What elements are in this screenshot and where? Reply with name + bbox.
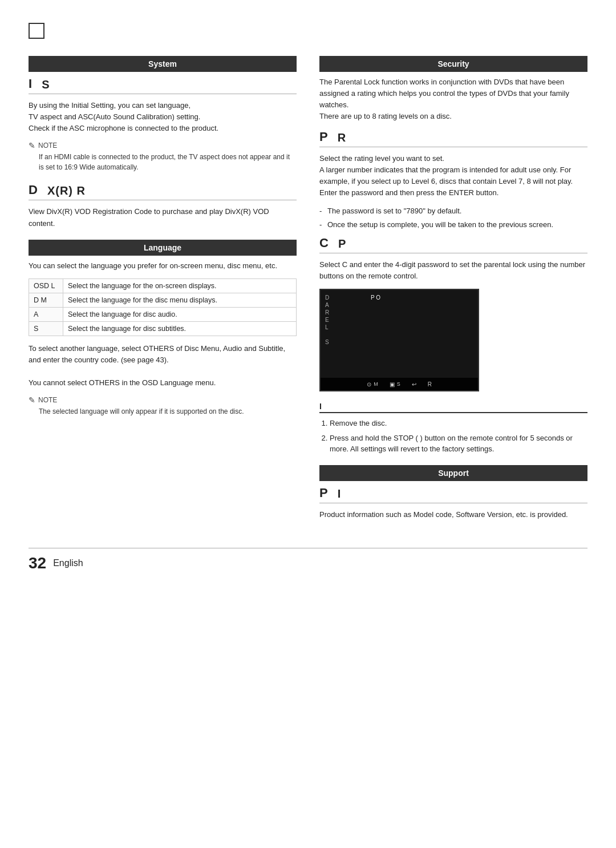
tv-menu-row: R: [325, 309, 473, 316]
language-table: OSD L Select the language for the on-scr…: [29, 278, 297, 336]
list-item: Remove the disc.: [330, 418, 587, 429]
change-password-subsection: C P Select C and enter the 4-digit passw…: [319, 236, 587, 282]
tv-menu-row: E: [325, 317, 473, 323]
parental-title-r: R: [338, 131, 346, 144]
list-item: Press and hold the STOP ( ) button on th…: [330, 433, 587, 455]
reset-title-i: I: [319, 402, 322, 411]
left-column: System I S By using the Initial Setting,…: [29, 56, 297, 531]
tv-icon-return: ↩: [412, 381, 416, 387]
page-language: English: [53, 558, 83, 568]
tv-bottom-bar: ⊙ M ▣ S ↩ R: [321, 378, 478, 390]
list-item: Once the setup is complete, you will be …: [319, 219, 587, 231]
change-password-body: Select C and enter the 4-digit password …: [319, 259, 587, 282]
language-note-label: ✎ NOTE: [29, 395, 297, 405]
support-section: Support P I Product information such as …: [319, 465, 587, 520]
language-intro: You can select the language you prefer f…: [29, 260, 297, 272]
language-section: Language You can select the language you…: [29, 240, 297, 417]
tv-menu-row: S: [325, 339, 473, 345]
divx-title-d: D: [29, 183, 38, 197]
right-column: Security The Parental Lock function work…: [319, 56, 587, 531]
parental-title-row: P R: [319, 130, 587, 147]
system-body: By using the Initial Setting, you can se…: [29, 100, 297, 134]
parental-title-p: P: [319, 130, 329, 144]
language-body-after: To select another language, select OTHER…: [29, 343, 297, 389]
pencil-icon-2: ✎: [29, 395, 35, 405]
language-note-text: The selected language will only appear i…: [39, 406, 297, 417]
tv-bottom-item: ⊙ M: [367, 381, 378, 387]
system-title-s: S: [42, 78, 50, 91]
tv-bottom-item: ↩: [412, 381, 416, 387]
tv-icon-menu: ⊙: [367, 381, 371, 387]
change-password-title-c: C: [319, 236, 329, 251]
page-footer: 32 English: [29, 548, 587, 572]
top-icon: [29, 23, 44, 39]
change-password-title-p: P: [338, 237, 346, 251]
reset-section: I Remove the disc. Press and hold the ST…: [319, 402, 587, 455]
tv-bottom-item: R: [428, 381, 432, 387]
support-title-p: P: [319, 486, 329, 500]
page-container: System I S By using the Initial Setting,…: [29, 23, 587, 572]
system-note-label: ✎ NOTE: [29, 141, 297, 150]
table-cell-val: Select the language for the on-screen di…: [63, 278, 297, 293]
system-title-row: I S: [29, 76, 297, 94]
support-title-row: P I: [319, 486, 587, 503]
tv-icon-select: ▣: [390, 381, 395, 387]
tv-icon-r: R: [428, 381, 432, 387]
parental-rating-body: Select the rating level you want to set.…: [319, 153, 587, 199]
system-section: System I S By using the Initial Setting,…: [29, 56, 297, 172]
table-cell-val: Select the language for disc subtitles.: [63, 321, 297, 336]
parental-rating-subsection: P R Select the rating level you want to …: [319, 130, 587, 231]
page-number: 32: [29, 554, 46, 572]
divx-title-row: D X(R) R: [29, 183, 297, 200]
table-cell-val: Select the language for disc audio.: [63, 307, 297, 321]
change-password-title-row: C P: [319, 236, 587, 253]
pencil-icon: ✎: [29, 141, 35, 150]
language-note: ✎ NOTE The selected language will only a…: [29, 395, 297, 417]
tv-menu-row: A: [325, 302, 473, 308]
table-cell-key: D M: [29, 293, 63, 307]
list-item: The password is set to "7890" by default…: [319, 205, 587, 217]
reset-steps: Remove the disc. Press and hold the STOP…: [319, 418, 587, 455]
language-header: Language: [29, 240, 297, 256]
system-note-text: If an HDMI cable is connected to the pro…: [39, 152, 297, 172]
two-column-layout: System I S By using the Initial Setting,…: [29, 56, 587, 531]
divx-body: View DivX(R) VOD Registration Code to pu…: [29, 206, 297, 229]
tv-screenshot: D P O A R E L: [319, 289, 479, 391]
reset-underline-title: I: [319, 402, 587, 413]
parental-rating-bullets: The password is set to "7890" by default…: [319, 205, 587, 230]
table-cell-key: S: [29, 321, 63, 336]
table-row: D M Select the language for the disc men…: [29, 293, 297, 307]
system-header: System: [29, 56, 297, 72]
security-section: Security The Parental Lock function work…: [319, 56, 587, 391]
tv-menu-row: L: [325, 324, 473, 330]
divx-title-xr: X(R) R: [47, 184, 86, 197]
tv-menu-row: [325, 332, 473, 338]
support-header: Support: [319, 465, 587, 481]
tv-menu-row: D P O: [325, 294, 473, 301]
security-body: The Parental Lock function works in conj…: [319, 76, 587, 123]
tv-menu-overlay: D P O A R E L: [321, 290, 478, 390]
security-header: Security: [319, 56, 587, 72]
tv-bottom-item: ▣ S: [390, 381, 400, 387]
divx-section: D X(R) R View DivX(R) VOD Registration C…: [29, 183, 297, 229]
table-cell-key: OSD L: [29, 278, 63, 293]
table-row: S Select the language for disc subtitles…: [29, 321, 297, 336]
system-note: ✎ NOTE If an HDMI cable is connected to …: [29, 141, 297, 172]
support-body: Product information such as Model code, …: [319, 509, 587, 520]
support-title-i: I: [338, 487, 342, 500]
table-row: OSD L Select the language for the on-scr…: [29, 278, 297, 293]
table-row: A Select the language for disc audio.: [29, 307, 297, 321]
table-cell-val: Select the language for the disc menu di…: [63, 293, 297, 307]
system-title-i: I: [29, 76, 33, 91]
table-cell-key: A: [29, 307, 63, 321]
